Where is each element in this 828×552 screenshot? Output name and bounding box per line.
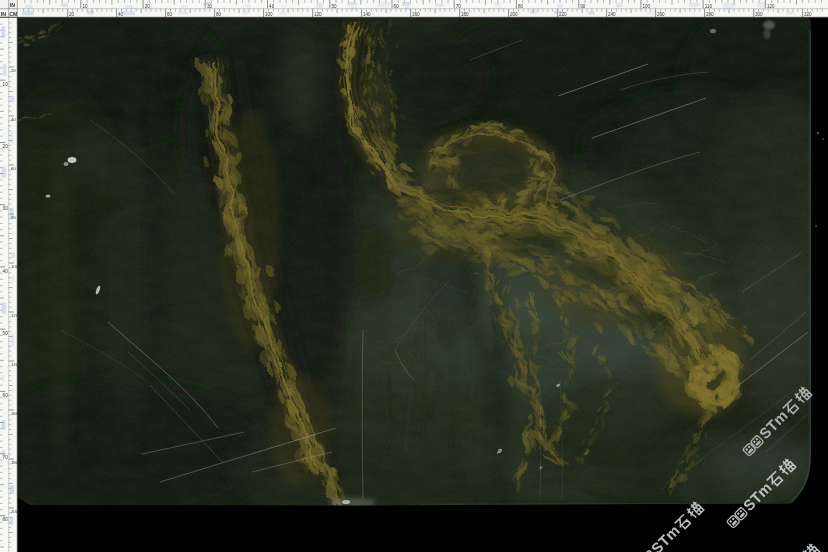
svg-text:50: 50 <box>3 331 9 336</box>
svg-text:30: 30 <box>3 206 9 211</box>
svg-text:80: 80 <box>216 12 222 17</box>
svg-text:140: 140 <box>363 12 371 17</box>
svg-text:10: 10 <box>82 4 88 9</box>
svg-text:50: 50 <box>331 4 337 9</box>
svg-text:10: 10 <box>3 82 9 87</box>
svg-text:320: 320 <box>804 12 812 17</box>
svg-text:60: 60 <box>3 393 9 398</box>
svg-text:40: 40 <box>3 269 9 274</box>
svg-text:200: 200 <box>510 12 518 17</box>
svg-text:110: 110 <box>705 4 713 9</box>
svg-text:CM: CM <box>9 11 17 17</box>
svg-text:100: 100 <box>265 12 273 17</box>
svg-text:40: 40 <box>269 4 275 9</box>
svg-text:70: 70 <box>456 4 462 9</box>
svg-text:80: 80 <box>518 4 524 9</box>
svg-text:80: 80 <box>3 517 9 522</box>
svg-text:60: 60 <box>394 4 400 9</box>
svg-text:240: 240 <box>608 12 616 17</box>
svg-text:280: 280 <box>706 12 714 17</box>
svg-text:60: 60 <box>11 166 16 171</box>
svg-text:60: 60 <box>167 12 173 17</box>
svg-text:20: 20 <box>3 144 9 149</box>
svg-text:IN: IN <box>1 11 6 17</box>
svg-text:90: 90 <box>580 4 586 9</box>
svg-text:40: 40 <box>11 117 16 122</box>
svg-text:IN: IN <box>10 2 15 8</box>
svg-text:100: 100 <box>643 4 651 9</box>
svg-text:120: 120 <box>767 4 775 9</box>
svg-text:260: 260 <box>657 12 665 17</box>
svg-text:160: 160 <box>412 12 420 17</box>
svg-text:300: 300 <box>755 12 763 17</box>
svg-text:20: 20 <box>11 68 16 73</box>
svg-text:20: 20 <box>69 12 75 17</box>
svg-text:120: 120 <box>314 12 322 17</box>
